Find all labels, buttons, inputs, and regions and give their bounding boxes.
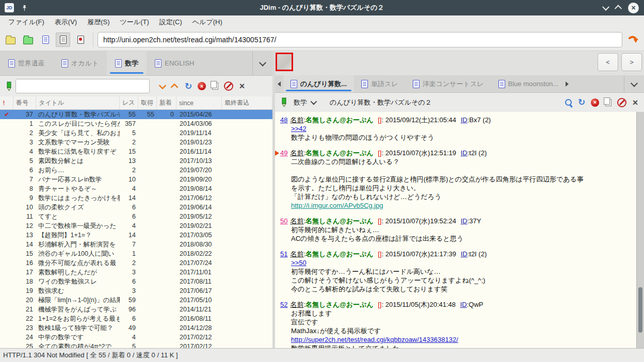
thread-row[interactable]: 5 素因数分解とは 13 2017/10/13 (0, 156, 272, 166)
menu-item[interactable]: 履歴(S) (82, 16, 115, 28)
thread-row[interactable]: 8 青チャートやるぞ～ 4 2019/08/14 (0, 184, 272, 193)
tabs-scroll-left-button[interactable] (275, 75, 283, 92)
menu-item[interactable]: ツール(T) (115, 16, 154, 28)
thread-row[interactable]: 17 素数解明したんだが 3 2017/11/01 (0, 268, 272, 277)
column-header[interactable]: since (176, 96, 222, 109)
url-input[interactable] (98, 32, 622, 47)
board-reload-button[interactable]: ↻ (182, 79, 195, 93)
thread-search-button[interactable] (561, 96, 575, 109)
board-tab[interactable]: ENGLISH (147, 51, 202, 75)
back-button[interactable]: < (598, 53, 618, 71)
thread-search-input[interactable] (15, 79, 150, 93)
thread-copy-button[interactable] (602, 96, 615, 109)
post-number-link[interactable]: 49 (280, 149, 287, 157)
board-tab[interactable]: 数学 (107, 51, 147, 75)
post-number-link[interactable]: 51 (280, 250, 287, 258)
column-header[interactable]: 番号 (13, 96, 36, 109)
post-id-link[interactable]: ID (461, 116, 468, 124)
thread-view-button[interactable] (56, 32, 70, 47)
menu-item[interactable]: 表示(V) (50, 16, 82, 28)
menu-item[interactable]: ヘルプ(H) (187, 16, 228, 28)
image-view-button[interactable] (73, 32, 88, 47)
thread-row[interactable]: 3 文系数学でマーカン受験 2 2019/01/23 (0, 138, 272, 147)
thread-row[interactable]: 12 中二で数検準一級受かった 4 2019/02/21 (0, 221, 272, 231)
thread-row[interactable]: 14 杉浦解析入門・解析演習を 7 2018/08/30 (0, 240, 272, 249)
thread-row[interactable]: 23 数検1級って独学で可能？ 49 2014/12/28 (0, 323, 272, 333)
column-header[interactable]: 最終書込 (222, 96, 272, 109)
thread-row[interactable]: 1 このスレが目についたら何か 357 2014/03/06 (0, 119, 272, 128)
column-header[interactable]: 新着 (157, 96, 176, 109)
post-id-link[interactable]: ID (461, 217, 468, 225)
write-pencil-icon[interactable] (5, 81, 12, 91)
post-number-link[interactable]: 48 (280, 116, 287, 124)
board-tab[interactable]: 世界遺産 (0, 51, 53, 75)
board-stop-button[interactable]: × (195, 79, 208, 93)
thread-row[interactable]: 19 数強求む 3 2017/06/17 (0, 286, 272, 295)
thread-row[interactable]: 15 渋谷のギャル100人に聞い 1 2018/02/22 (0, 249, 272, 258)
post-number-link[interactable]: 52 (280, 301, 287, 308)
open-url-button[interactable] (624, 31, 642, 48)
menu-item[interactable]: ファイル(F) (3, 16, 50, 28)
thread-row[interactable]: 13 【超難問】1+1=？ 14 2017/03/05 (0, 231, 272, 240)
write-post-button[interactable] (280, 97, 287, 107)
open-favorites-button[interactable] (21, 32, 35, 47)
scrollbar-thumb[interactable] (638, 287, 642, 333)
thread-row[interactable]: 6 お前ら… 2 2019/07/20 (0, 166, 272, 175)
thread-row[interactable]: 9 数学にはまったきっかけを教 14 2017/06/12 (0, 193, 272, 203)
post-body-link[interactable]: http://i.imgur.com/APvb5Cg.jpg (291, 202, 383, 209)
thread-list-header[interactable]: !番号タイトルレス取得新着since最終書込 (0, 96, 272, 110)
thread-row[interactable]: 7 バナー応募スレin数学 10 2019/09/20 (0, 175, 272, 184)
thread-tab-list-button[interactable] (624, 75, 644, 92)
board-close-button[interactable]: × (235, 79, 249, 93)
thread-row[interactable]: 20 極限「lim[n→1-0](n)」の結果 59 2017/05/10 (0, 295, 272, 305)
post-id-link[interactable]: ID (461, 149, 468, 157)
menu-item[interactable]: 設定(C) (154, 16, 187, 28)
post-number-link[interactable]: 50 (280, 217, 287, 225)
thread-row[interactable]: 11 てすと 6 2019/05/12 (0, 212, 272, 221)
board-name-dropdown[interactable]: 数学 (291, 98, 320, 107)
search-up-button[interactable] (168, 79, 182, 93)
thread-row[interactable]: 4 数学板に活気を取り戻すぞ 15 2016/11/14 (0, 147, 272, 156)
image-thumbnail-tab[interactable] (276, 53, 293, 71)
close-button[interactable]: × (628, 3, 639, 13)
thread-abone-button[interactable] (615, 96, 629, 109)
board-view-button[interactable] (38, 32, 53, 47)
post-body-link[interactable]: >>50 (291, 259, 307, 267)
post-id-link[interactable]: ID (460, 301, 467, 308)
thread-tab[interactable]: Blue moonston... (491, 75, 566, 92)
forward-button[interactable]: > (621, 53, 642, 71)
post-body-link[interactable]: >>42 (291, 125, 307, 133)
thread-row[interactable]: 24 中学の数学です 4 2017/02/12 (0, 333, 272, 342)
thread-row[interactable]: 22 1+1=2をお前らが考える最も 6 2016/08/11 (0, 314, 272, 323)
thread-tab[interactable]: 洋楽コンサートスレ (406, 75, 491, 92)
thread-row[interactable]: 18 ワイの数学勉強スレ 6 2017/08/11 (0, 277, 272, 286)
thread-row[interactable]: ✔ 37 のんびり算数・数学パズルその 55 55 0 2015/04/26 (0, 110, 272, 119)
thread-row[interactable]: 10 頭の柔軟クイズ 6 2019/06/14 (0, 203, 272, 212)
search-down-button[interactable] (155, 79, 168, 93)
thread-tab[interactable]: のんびり算数... (283, 75, 354, 92)
board-tab-list-button[interactable] (252, 51, 272, 75)
column-header[interactable]: レス (120, 96, 138, 109)
thread-stop-button[interactable]: × (588, 96, 602, 109)
pin-icon[interactable] (21, 5, 28, 11)
column-header[interactable]: タイトル (36, 96, 120, 109)
column-header[interactable]: ! (0, 96, 13, 109)
board-tab[interactable]: オカルト (53, 51, 107, 75)
thread-close-button[interactable]: × (629, 96, 642, 109)
thread-tab[interactable]: 単語スレ (354, 75, 406, 92)
board-abone-button[interactable] (222, 79, 235, 93)
post-body-link[interactable]: http://super2ch.net/test/read.cgi/kqbbzo… (291, 336, 458, 343)
minimize-button[interactable] (603, 3, 608, 12)
thread-reload-button[interactable]: ↻ (575, 96, 588, 109)
column-header[interactable]: 取得 (138, 96, 157, 109)
board-copy-button[interactable] (208, 79, 222, 93)
thread-row[interactable]: 2 美少女「ほら見て、私のおま 5 2019/11/14 (0, 128, 272, 138)
open-board-list-button[interactable] (3, 32, 18, 47)
maximize-button[interactable] (616, 3, 621, 12)
thread-row[interactable]: 16 微分不可能な点が表れる最 2 2017/07/24 (0, 258, 272, 268)
tabs-scroll-right-button[interactable] (566, 75, 574, 92)
thread-row[interactable]: 21 機械学習をがんばって学ぶ 96 2014/11/21 (0, 305, 272, 314)
thread-row[interactable]: 25 全ての素数の積が4π^2で 5 2017/02/12 (0, 342, 272, 348)
scrollbar[interactable] (636, 112, 644, 348)
post-id-link[interactable]: ID (461, 250, 468, 258)
